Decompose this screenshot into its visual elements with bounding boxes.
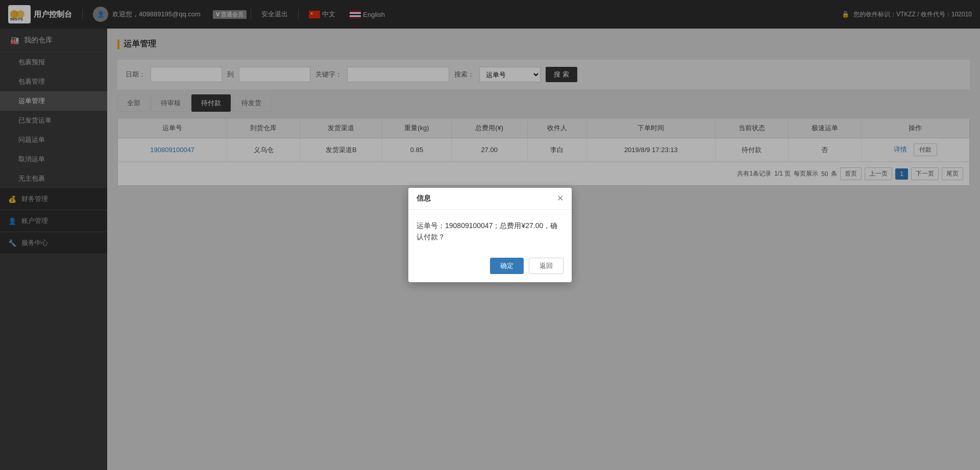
modal-confirm-btn[interactable]: 确定 [490, 258, 524, 274]
modal-footer: 确定 返回 [408, 253, 572, 282]
modal-overlay: 信息 ✕ 运单号：190809100047；总费用¥27.00，确认付款？ 确定… [0, 0, 980, 470]
modal-cancel-btn[interactable]: 返回 [529, 258, 564, 274]
modal-close-btn[interactable]: ✕ [557, 194, 564, 203]
modal-message: 运单号：190809100047；总费用¥27.00，确认付款？ [416, 221, 557, 241]
modal-title: 信息 [416, 194, 431, 203]
modal-body: 运单号：190809100047；总费用¥27.00，确认付款？ [408, 210, 572, 253]
modal-dialog: 信息 ✕ 运单号：190809100047；总费用¥27.00，确认付款？ 确定… [408, 188, 572, 283]
modal-header: 信息 ✕ [408, 188, 572, 210]
